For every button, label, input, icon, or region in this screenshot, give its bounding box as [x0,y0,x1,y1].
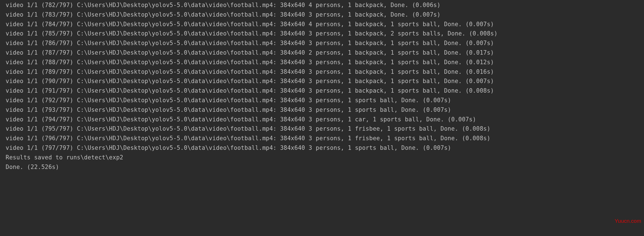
terminal-output: video 1/1 (782/797) C:\Users\HDJ\Desktop… [0,0,644,172]
watermark: Yuucn.com [615,218,641,224]
